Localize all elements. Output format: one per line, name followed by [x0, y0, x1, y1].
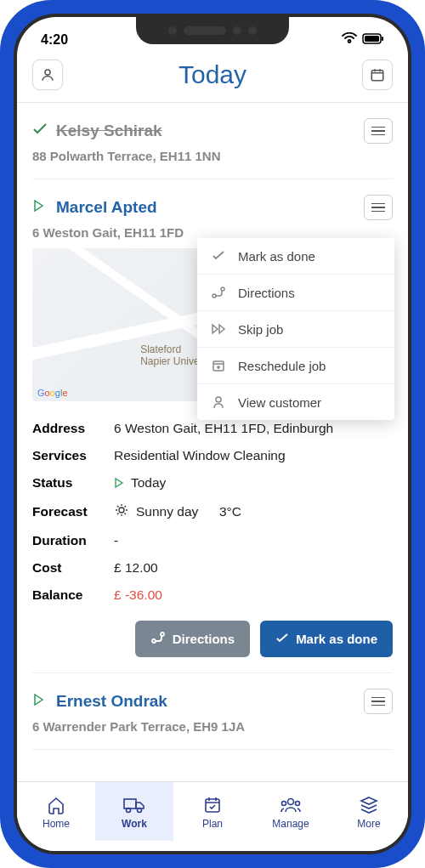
battery-icon [362, 32, 384, 48]
route-icon [150, 631, 166, 647]
nav-manage[interactable]: Manage [252, 782, 330, 841]
job-card: Ernest Ondrak 6 Warrender Park Terrace, … [32, 673, 393, 750]
detail-value: - [114, 533, 118, 548]
detail-value: Sunny day 3°C [114, 502, 241, 521]
sun-icon [114, 502, 129, 521]
svg-point-9 [119, 508, 124, 513]
nav-label: Manage [272, 818, 309, 830]
play-icon [114, 478, 124, 488]
check-icon [32, 123, 48, 139]
detail-value: Today [114, 475, 166, 491]
svg-point-18 [296, 801, 300, 805]
svg-point-17 [282, 801, 286, 805]
menu-directions[interactable]: Directions [197, 275, 394, 311]
job-menu-button[interactable] [364, 689, 393, 714]
hamburger-icon [371, 697, 385, 706]
check-icon [211, 248, 226, 264]
svg-point-16 [288, 798, 294, 804]
hamburger-icon [371, 127, 385, 136]
job-address: 88 Polwarth Terrace, EH11 1NN [32, 149, 393, 163]
detail-label: Address [32, 421, 114, 436]
menu-label: Skip job [238, 322, 283, 337]
svg-rect-1 [365, 36, 379, 42]
svg-point-14 [138, 808, 142, 812]
svg-rect-12 [124, 799, 136, 808]
skip-icon [211, 321, 226, 337]
play-icon [32, 200, 48, 215]
detail-label: Cost [32, 560, 114, 576]
wifi-icon [342, 32, 357, 48]
device-notch [136, 17, 289, 44]
svg-point-13 [127, 808, 131, 812]
check-icon [275, 632, 289, 646]
button-label: Mark as done [296, 632, 377, 646]
people-icon [280, 794, 302, 816]
layers-icon [359, 794, 379, 816]
detail-value: Residential Window Cleaning [114, 448, 286, 463]
menu-label: Mark as done [238, 249, 315, 264]
nav-label: Home [42, 818, 70, 830]
mark-done-button[interactable]: Mark as done [260, 621, 393, 657]
menu-skip[interactable]: Skip job [197, 311, 394, 348]
detail-label: Forecast [32, 504, 114, 519]
menu-reschedule[interactable]: Reschedule job [197, 348, 394, 384]
svg-point-11 [161, 633, 164, 636]
job-card-expanded: Marcel Apted 6 Weston Gait, EH11 1FD Sla… [32, 179, 393, 673]
job-menu-button[interactable] [364, 118, 393, 144]
job-context-menu: Mark as done Directions Skip job Resched… [197, 238, 394, 420]
svg-point-5 [212, 294, 216, 298]
menu-label: Reschedule job [238, 359, 326, 373]
job-details: Address6 Weston Gait, EH11 1FD, Edinburg… [32, 415, 393, 609]
clock-time: 4:20 [41, 32, 68, 48]
menu-view-customer[interactable]: View customer [197, 384, 394, 420]
job-customer-name[interactable]: Marcel Apted [56, 198, 157, 217]
bottom-nav: Home Work Plan Manage More [17, 781, 408, 851]
app-header: Today [17, 53, 408, 103]
phone-bezel: 4:20 Today Kelsy Schirak 88 Polwarth Ter… [14, 14, 411, 854]
job-menu-button[interactable] [364, 195, 393, 220]
hamburger-icon [371, 203, 385, 213]
profile-button[interactable] [32, 60, 63, 90]
google-attribution: Google [37, 388, 68, 398]
button-label: Directions [173, 632, 235, 646]
calendar-check-icon [203, 794, 222, 816]
detail-label: Balance [32, 587, 114, 603]
home-icon [46, 794, 66, 816]
job-customer-name[interactable]: Kelsy Schirak [56, 122, 162, 140]
person-icon [211, 394, 226, 410]
nav-home[interactable]: Home [17, 782, 95, 841]
detail-label: Services [32, 448, 114, 463]
job-address: 6 Warrender Park Terrace, EH9 1JA [32, 719, 393, 734]
menu-mark-done[interactable]: Mark as done [197, 238, 394, 275]
nav-more[interactable]: More [330, 782, 408, 841]
calendar-button[interactable] [362, 60, 393, 90]
detail-value-balance: £ -36.00 [114, 587, 162, 603]
job-customer-name[interactable]: Ernest Ondrak [56, 692, 167, 711]
nav-label: Work [122, 818, 147, 830]
job-list: Kelsy Schirak 88 Polwarth Terrace, EH11 … [17, 103, 408, 781]
directions-button[interactable]: Directions [135, 621, 250, 657]
menu-label: View customer [238, 395, 321, 410]
svg-rect-15 [206, 799, 219, 812]
svg-rect-2 [382, 37, 383, 41]
page-title: Today [178, 60, 246, 89]
svg-point-3 [45, 70, 50, 75]
detail-label: Status [32, 475, 114, 491]
svg-point-10 [152, 639, 156, 643]
svg-point-6 [221, 287, 224, 291]
detail-label: Duration [32, 533, 114, 548]
detail-value: £ 12.00 [114, 560, 158, 576]
phone-frame: 4:20 Today Kelsy Schirak 88 Polwarth Ter… [0, 0, 425, 868]
nav-work[interactable]: Work [95, 782, 173, 841]
job-card: Kelsy Schirak 88 Polwarth Terrace, EH11 … [32, 103, 393, 179]
play-icon [32, 694, 48, 709]
nav-label: More [357, 818, 380, 830]
nav-label: Plan [202, 818, 223, 830]
menu-label: Directions [238, 286, 295, 300]
svg-rect-4 [371, 71, 383, 81]
nav-plan[interactable]: Plan [173, 782, 252, 841]
calendar-plus-icon [211, 358, 226, 373]
detail-value: 6 Weston Gait, EH11 1FD, Edinburgh [114, 421, 333, 436]
svg-point-8 [216, 397, 221, 402]
truck-icon [122, 794, 146, 816]
